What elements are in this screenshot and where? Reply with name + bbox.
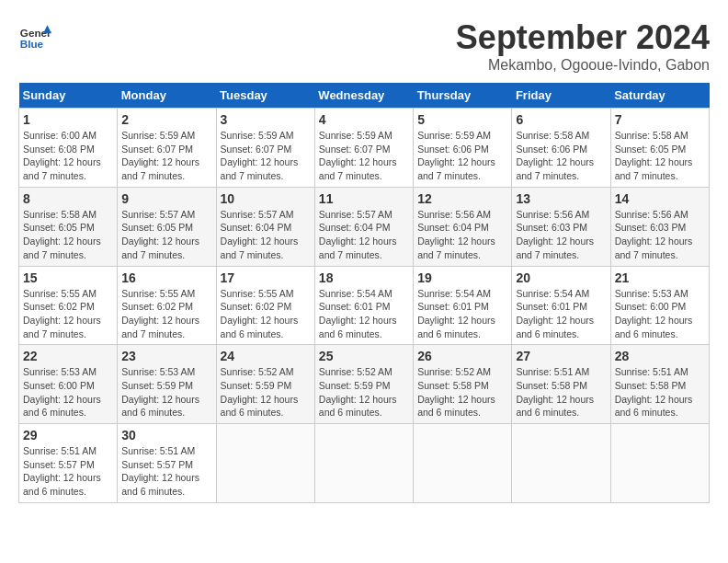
calendar-cell: 18 Sunrise: 5:54 AMSunset: 6:01 PMDaylig…: [314, 266, 413, 345]
calendar-week-2: 8 Sunrise: 5:58 AMSunset: 6:05 PMDayligh…: [19, 187, 710, 266]
calendar-cell: 27 Sunrise: 5:51 AMSunset: 5:58 PMDaylig…: [512, 345, 610, 424]
day-number: 22: [23, 349, 113, 363]
page-header: General Blue September 2024 Mekambo, Ogo…: [18, 18, 710, 74]
day-number: 25: [319, 349, 409, 363]
weekday-header-thursday: Thursday: [414, 83, 512, 109]
day-number: 13: [516, 191, 606, 206]
calendar-cell: 12 Sunrise: 5:56 AMSunset: 6:04 PMDaylig…: [414, 187, 512, 266]
calendar-cell: 22 Sunrise: 5:53 AMSunset: 6:00 PMDaylig…: [19, 345, 118, 424]
day-info: Sunrise: 5:55 AMSunset: 6:02 PMDaylight:…: [23, 287, 113, 341]
calendar-cell: 28 Sunrise: 5:51 AMSunset: 5:58 PMDaylig…: [610, 345, 709, 424]
day-number: 24: [221, 349, 311, 363]
day-info: Sunrise: 5:59 AMSunset: 6:07 PMDaylight:…: [221, 129, 311, 183]
day-number: 26: [417, 349, 507, 363]
weekday-header-friday: Friday: [512, 83, 610, 109]
calendar-cell: 1 Sunrise: 6:00 AMSunset: 6:08 PMDayligh…: [19, 109, 118, 188]
calendar-cell: 7 Sunrise: 5:58 AMSunset: 6:05 PMDayligh…: [610, 109, 709, 188]
day-info: Sunrise: 5:55 AMSunset: 6:02 PMDaylight:…: [221, 287, 311, 341]
day-number: 15: [23, 270, 113, 285]
day-info: Sunrise: 5:52 AMSunset: 5:59 PMDaylight:…: [319, 365, 409, 419]
location-title: Mekambo, Ogooue-Ivindo, Gabon: [456, 57, 710, 74]
calendar-cell: 23 Sunrise: 5:53 AMSunset: 5:59 PMDaylig…: [118, 345, 216, 424]
calendar-cell: [414, 424, 512, 503]
day-number: 9: [121, 191, 211, 206]
calendar-week-1: 1 Sunrise: 6:00 AMSunset: 6:08 PMDayligh…: [19, 109, 710, 188]
calendar-week-4: 22 Sunrise: 5:53 AMSunset: 6:00 PMDaylig…: [19, 345, 710, 424]
day-info: Sunrise: 5:51 AMSunset: 5:57 PMDaylight:…: [121, 444, 211, 499]
day-info: Sunrise: 5:52 AMSunset: 5:59 PMDaylight:…: [221, 365, 311, 419]
month-title: September 2024: [456, 18, 710, 57]
day-number: 14: [615, 191, 705, 206]
calendar-cell: 8 Sunrise: 5:58 AMSunset: 6:05 PMDayligh…: [19, 187, 118, 266]
weekday-header-wednesday: Wednesday: [314, 83, 413, 109]
calendar-cell: 4 Sunrise: 5:59 AMSunset: 6:07 PMDayligh…: [314, 109, 413, 188]
day-info: Sunrise: 5:58 AMSunset: 6:05 PMDaylight:…: [615, 129, 705, 183]
weekday-header-tuesday: Tuesday: [216, 83, 314, 109]
day-info: Sunrise: 5:53 AMSunset: 6:00 PMDaylight:…: [615, 287, 705, 341]
day-number: 1: [23, 112, 113, 127]
weekday-header-row: SundayMondayTuesdayWednesdayThursdayFrid…: [19, 83, 710, 109]
calendar-cell: 10 Sunrise: 5:57 AMSunset: 6:04 PMDaylig…: [216, 187, 314, 266]
day-number: 8: [23, 191, 113, 206]
calendar-cell: 20 Sunrise: 5:54 AMSunset: 6:01 PMDaylig…: [512, 266, 610, 345]
calendar-cell: 26 Sunrise: 5:52 AMSunset: 5:58 PMDaylig…: [414, 345, 512, 424]
day-info: Sunrise: 5:57 AMSunset: 6:04 PMDaylight:…: [319, 208, 409, 262]
calendar-week-3: 15 Sunrise: 5:55 AMSunset: 6:02 PMDaylig…: [19, 266, 710, 345]
day-info: Sunrise: 5:54 AMSunset: 6:01 PMDaylight:…: [417, 287, 507, 341]
day-number: 11: [319, 191, 409, 206]
day-info: Sunrise: 5:58 AMSunset: 6:06 PMDaylight:…: [516, 129, 606, 183]
day-info: Sunrise: 5:57 AMSunset: 6:04 PMDaylight:…: [221, 208, 311, 262]
day-number: 6: [516, 112, 606, 127]
calendar-cell: 6 Sunrise: 5:58 AMSunset: 6:06 PMDayligh…: [512, 109, 610, 188]
day-info: Sunrise: 5:53 AMSunset: 6:00 PMDaylight:…: [23, 365, 113, 419]
day-info: Sunrise: 5:51 AMSunset: 5:57 PMDaylight:…: [23, 444, 113, 499]
day-number: 18: [319, 270, 409, 285]
day-number: 27: [516, 349, 606, 363]
calendar-cell: 19 Sunrise: 5:54 AMSunset: 6:01 PMDaylig…: [414, 266, 512, 345]
calendar-cell: 2 Sunrise: 5:59 AMSunset: 6:07 PMDayligh…: [118, 109, 216, 188]
day-number: 10: [221, 191, 311, 206]
title-area: September 2024 Mekambo, Ogooue-Ivindo, G…: [456, 18, 710, 74]
day-number: 7: [615, 112, 705, 127]
calendar-cell: 14 Sunrise: 5:56 AMSunset: 6:03 PMDaylig…: [610, 187, 709, 266]
calendar-cell: [610, 424, 709, 503]
day-info: Sunrise: 5:56 AMSunset: 6:03 PMDaylight:…: [615, 208, 705, 262]
day-info: Sunrise: 5:59 AMSunset: 6:07 PMDaylight:…: [121, 129, 211, 183]
day-number: 19: [417, 270, 507, 285]
day-number: 3: [221, 112, 311, 127]
weekday-header-sunday: Sunday: [19, 83, 118, 109]
calendar-cell: 30 Sunrise: 5:51 AMSunset: 5:57 PMDaylig…: [118, 424, 216, 503]
calendar-cell: 13 Sunrise: 5:56 AMSunset: 6:03 PMDaylig…: [512, 187, 610, 266]
calendar-cell: 9 Sunrise: 5:57 AMSunset: 6:05 PMDayligh…: [118, 187, 216, 266]
day-info: Sunrise: 5:59 AMSunset: 6:07 PMDaylight:…: [319, 129, 409, 183]
logo-icon: General Blue: [18, 18, 51, 52]
calendar-cell: 17 Sunrise: 5:55 AMSunset: 6:02 PMDaylig…: [216, 266, 314, 345]
day-number: 12: [417, 191, 507, 206]
calendar-body: 1 Sunrise: 6:00 AMSunset: 6:08 PMDayligh…: [19, 109, 710, 503]
calendar-cell: 15 Sunrise: 5:55 AMSunset: 6:02 PMDaylig…: [19, 266, 118, 345]
day-info: Sunrise: 5:51 AMSunset: 5:58 PMDaylight:…: [615, 365, 705, 419]
day-info: Sunrise: 5:56 AMSunset: 6:04 PMDaylight:…: [417, 208, 507, 262]
day-number: 21: [615, 270, 705, 285]
day-info: Sunrise: 5:59 AMSunset: 6:06 PMDaylight:…: [417, 129, 507, 183]
weekday-header-monday: Monday: [118, 83, 216, 109]
day-info: Sunrise: 5:54 AMSunset: 6:01 PMDaylight:…: [516, 287, 606, 341]
day-info: Sunrise: 5:51 AMSunset: 5:58 PMDaylight:…: [516, 365, 606, 419]
day-number: 17: [221, 270, 311, 285]
day-number: 20: [516, 270, 606, 285]
weekday-header-saturday: Saturday: [610, 83, 709, 109]
day-info: Sunrise: 5:52 AMSunset: 5:58 PMDaylight:…: [417, 365, 507, 419]
calendar-cell: 16 Sunrise: 5:55 AMSunset: 6:02 PMDaylig…: [118, 266, 216, 345]
day-number: 5: [417, 112, 507, 127]
day-info: Sunrise: 6:00 AMSunset: 6:08 PMDaylight:…: [23, 129, 113, 183]
calendar-cell: 25 Sunrise: 5:52 AMSunset: 5:59 PMDaylig…: [314, 345, 413, 424]
day-info: Sunrise: 5:58 AMSunset: 6:05 PMDaylight:…: [23, 208, 113, 262]
day-info: Sunrise: 5:57 AMSunset: 6:05 PMDaylight:…: [121, 208, 211, 262]
svg-text:Blue: Blue: [20, 38, 44, 50]
day-info: Sunrise: 5:54 AMSunset: 6:01 PMDaylight:…: [319, 287, 409, 341]
day-number: 30: [121, 428, 211, 442]
calendar-cell: 3 Sunrise: 5:59 AMSunset: 6:07 PMDayligh…: [216, 109, 314, 188]
day-number: 4: [319, 112, 409, 127]
calendar-table: SundayMondayTuesdayWednesdayThursdayFrid…: [18, 83, 710, 503]
calendar-week-5: 29 Sunrise: 5:51 AMSunset: 5:57 PMDaylig…: [19, 424, 710, 503]
